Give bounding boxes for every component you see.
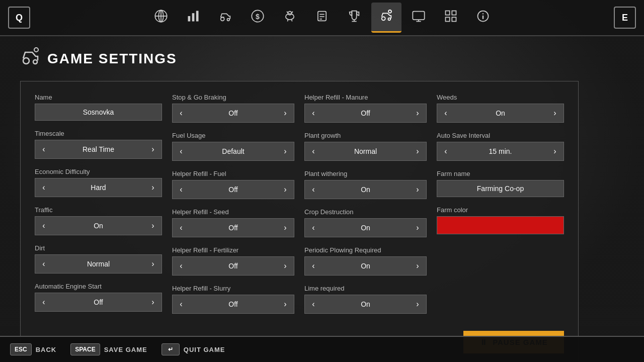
bottom-bar: ESC BACK SPACE SAVE GAME ↵ QUIT GAME: [0, 336, 644, 362]
setting-plant-withering-label: Plant withering: [304, 170, 427, 177]
fuel-usage-prev-btn[interactable]: ‹: [173, 142, 190, 160]
setting-crop-destruction: Crop Destruction ‹ On ›: [304, 208, 427, 237]
tab-help[interactable]: [468, 3, 498, 33]
name-input[interactable]: [35, 104, 162, 121]
svg-line-14: [292, 20, 292, 22]
setting-helper-refill-manure: Helper Refill - Manure ‹ Off ›: [304, 94, 427, 123]
tab-display[interactable]: [404, 3, 434, 33]
svg-line-13: [287, 20, 288, 22]
cow-icon: [283, 9, 297, 26]
auto-engine-start-next-btn[interactable]: ›: [144, 293, 162, 311]
tab-animals[interactable]: [275, 3, 305, 33]
plant-growth-prev-btn[interactable]: ‹: [305, 142, 322, 160]
setting-auto-engine-start-label: Automatic Engine Start: [35, 283, 162, 290]
periodic-plowing-prev-btn[interactable]: ‹: [305, 257, 322, 275]
fuel-usage-next-btn[interactable]: ›: [277, 142, 294, 160]
timescale-next-btn[interactable]: ›: [144, 140, 162, 158]
economic-difficulty-prev-btn[interactable]: ‹: [35, 178, 52, 197]
helper-refill-slurry-prev-btn[interactable]: ‹: [173, 295, 190, 313]
tab-finances[interactable]: $: [243, 3, 273, 33]
helper-refill-slurry-next-btn[interactable]: ›: [277, 295, 294, 313]
farm-name-input[interactable]: [437, 180, 564, 197]
setting-timescale-label: Timescale: [35, 130, 162, 137]
helper-refill-fertilizer-prev-btn[interactable]: ‹: [173, 257, 190, 275]
stop-go-braking-value: Off: [190, 105, 277, 121]
svg-rect-6: [196, 11, 199, 22]
helper-refill-seed-next-btn[interactable]: ›: [277, 219, 294, 237]
auto-save-interval-prev-btn[interactable]: ‹: [437, 142, 454, 160]
svg-point-22: [388, 18, 391, 20]
tab-settings[interactable]: [371, 3, 401, 33]
timescale-selector: ‹ Real Time ›: [35, 140, 162, 159]
helper-refill-seed-selector: ‹ Off ›: [172, 218, 294, 237]
auto-engine-start-prev-btn[interactable]: ‹: [35, 293, 52, 311]
lime-required-selector: ‹ On ›: [304, 295, 427, 314]
tab-vehicles[interactable]: [210, 3, 240, 33]
helper-refill-fuel-prev-btn[interactable]: ‹: [173, 180, 190, 199]
crop-destruction-next-btn[interactable]: ›: [409, 219, 426, 237]
q-key-button[interactable]: Q: [8, 7, 30, 29]
tab-map[interactable]: [146, 3, 176, 33]
helper-refill-manure-selector: ‹ Off ›: [304, 104, 427, 123]
setting-farm-name: Farm name: [437, 170, 564, 197]
setting-helper-refill-fertilizer: Helper Refill - Fertilizer ‹ Off ›: [172, 246, 294, 276]
crop-destruction-selector: ‹ On ›: [304, 218, 427, 237]
dirt-value: Normal: [52, 256, 144, 272]
helper-refill-manure-prev-btn[interactable]: ‹: [305, 104, 322, 122]
traffic-value: On: [52, 218, 144, 234]
tab-productions[interactable]: [307, 3, 337, 33]
lime-required-next-btn[interactable]: ›: [409, 295, 426, 313]
setting-helper-refill-slurry: Helper Refill - Slurry ‹ Off ›: [172, 285, 294, 314]
helper-refill-manure-next-btn[interactable]: ›: [409, 104, 426, 122]
economic-difficulty-next-btn[interactable]: ›: [144, 178, 162, 197]
tab-hud[interactable]: [436, 3, 466, 33]
svg-point-12: [288, 12, 292, 15]
traffic-prev-btn[interactable]: ‹: [35, 217, 52, 235]
esc-key: ESC: [10, 343, 32, 355]
helper-refill-fuel-next-btn[interactable]: ›: [277, 180, 294, 199]
setting-economic-difficulty-label: Economic Difficulty: [35, 168, 162, 175]
enter-key: ↵: [162, 343, 180, 355]
setting-stop-go-braking: Stop & Go Braking ‹ Off ›: [172, 94, 294, 123]
setting-plant-growth-label: Plant growth: [304, 132, 427, 139]
svg-rect-5: [192, 13, 195, 21]
stop-go-braking-next-btn[interactable]: ›: [277, 104, 294, 122]
svg-rect-31: [446, 11, 450, 15]
save-game-label: SAVE GAME: [104, 346, 147, 353]
main-content: GAME SETTINGS Name Timescale ‹ Real Time…: [0, 36, 644, 362]
periodic-plowing-next-btn[interactable]: ›: [409, 257, 426, 275]
tab-achievements[interactable]: [339, 3, 369, 33]
nav-left-key: Q: [0, 7, 30, 29]
setting-farm-name-label: Farm name: [437, 170, 564, 177]
dirt-next-btn[interactable]: ›: [144, 255, 162, 273]
save-key-group: SPACE SAVE GAME: [70, 343, 147, 355]
tab-stats[interactable]: [178, 3, 208, 33]
settings-column-1: Name Timescale ‹ Real Time › Economic Di…: [35, 94, 167, 321]
svg-rect-33: [446, 17, 450, 21]
dirt-prev-btn[interactable]: ‹: [35, 255, 52, 273]
lime-required-prev-btn[interactable]: ‹: [305, 295, 322, 313]
e-key-button[interactable]: E: [614, 7, 636, 29]
auto-engine-start-value: Off: [52, 294, 144, 310]
nav-tabs: $: [146, 3, 498, 33]
plant-withering-prev-btn[interactable]: ‹: [305, 180, 322, 199]
plant-growth-value: Normal: [322, 143, 409, 159]
plant-withering-next-btn[interactable]: ›: [409, 180, 426, 199]
helper-refill-fertilizer-next-btn[interactable]: ›: [277, 257, 294, 275]
weeds-prev-btn[interactable]: ‹: [437, 104, 454, 122]
setting-fuel-usage: Fuel Usage ‹ Default ›: [172, 132, 294, 161]
top-navigation: Q $: [0, 0, 644, 36]
crop-destruction-prev-btn[interactable]: ‹: [305, 219, 322, 237]
plant-growth-next-btn[interactable]: ›: [409, 142, 426, 160]
traffic-next-btn[interactable]: ›: [144, 217, 162, 235]
stop-go-braking-prev-btn[interactable]: ‹: [173, 104, 190, 122]
setting-helper-refill-slurry-label: Helper Refill - Slurry: [172, 285, 294, 292]
auto-save-interval-next-btn[interactable]: ›: [546, 142, 564, 160]
helper-refill-seed-prev-btn[interactable]: ‹: [173, 219, 190, 237]
periodic-plowing-value: On: [322, 258, 409, 274]
svg-text:$: $: [256, 13, 260, 21]
farm-color-swatch[interactable]: [437, 216, 564, 234]
weeds-next-btn[interactable]: ›: [546, 104, 564, 122]
helper-refill-seed-value: Off: [190, 220, 277, 236]
timescale-prev-btn[interactable]: ‹: [35, 140, 52, 158]
